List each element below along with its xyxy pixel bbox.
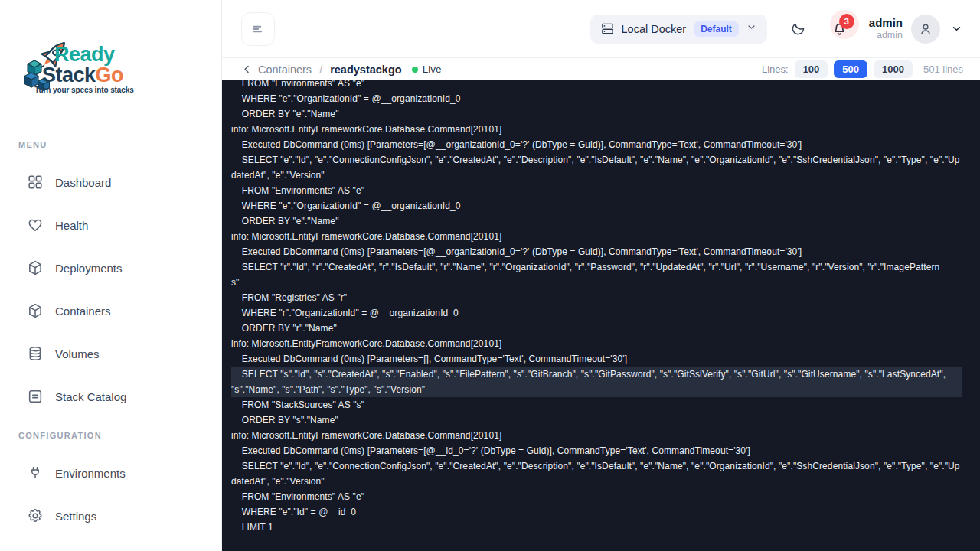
log-line: SELECT "e"."Id", "e"."ConnectionConfigJs… — [231, 458, 962, 474]
sidebar-item-label: Settings — [55, 510, 96, 523]
log-line: FROM "Environments" AS "e" — [231, 80, 962, 91]
sidebar-nav: MENUDashboardHealthDeploymentsContainers… — [0, 138, 221, 537]
log-line: ORDER BY "s"."Name" — [231, 412, 962, 428]
sidebar-item-label: Stack Catalog — [55, 390, 126, 403]
environment-name: Local Docker — [622, 23, 687, 35]
log-scroll-area: FROM "Environments" AS "e" WHERE "e"."Or… — [231, 80, 962, 535]
user-menu[interactable]: admin admin — [869, 16, 903, 41]
container-log-panel[interactable]: FROM "Environments" AS "e" WHERE "e"."Or… — [222, 80, 980, 551]
header-right-cluster: Local Docker Default — [590, 15, 963, 44]
notification-count-badge: 3 — [839, 14, 854, 29]
log-line: WHERE "e"."OrganizationId" = @__organiza… — [231, 198, 962, 214]
sidebar-item-settings[interactable]: Settings — [0, 494, 221, 537]
lines-buttons: 1005001000 — [795, 60, 913, 78]
log-line: ORDER BY "e"."Name" — [231, 106, 962, 122]
avatar[interactable] — [911, 15, 940, 44]
log-line: FROM "StackSources" AS "s" — [231, 397, 962, 412]
plug-icon — [26, 464, 44, 482]
environment-selector[interactable]: Local Docker Default — [590, 15, 767, 44]
gear-icon — [26, 507, 44, 525]
heart-icon — [26, 216, 44, 234]
log-line: info: Microsoft.EntityFrameworkCore.Data… — [231, 229, 962, 244]
lines-option-1000[interactable]: 1000 — [874, 60, 913, 78]
sidebar-item-label: Volumes — [55, 347, 100, 360]
server-icon — [600, 21, 615, 36]
brand-name-go: Go — [96, 64, 124, 86]
breadcrumb-toolbar: Containers / readystackgo Live Lines: 10… — [222, 58, 980, 80]
dashboard-icon — [26, 173, 44, 191]
log-line: FROM "Registries" AS "r" — [231, 290, 962, 305]
live-status-label: Live — [423, 64, 442, 75]
log-line: datedAt", "e"."Version" — [231, 168, 962, 183]
lines-selector: Lines: 1005001000 501 lines — [762, 60, 963, 78]
breadcrumb-separator: / — [319, 64, 322, 76]
log-line: ORDER BY "e"."Name" — [231, 214, 962, 229]
log-line-highlighted: "s"."Name", "s"."Path", "s"."Type", "s".… — [231, 382, 962, 397]
log-line: info: Microsoft.EntityFrameworkCore.Data… — [231, 122, 962, 137]
lines-label: Lines: — [762, 64, 789, 75]
sidebar-item-environments[interactable]: Environments — [0, 452, 221, 494]
sidebar-section-label-configuration: CONFIGURATION — [18, 429, 221, 452]
sidebar-item-stack-catalog[interactable]: Stack Catalog — [0, 375, 221, 418]
log-line: datedAt", "e"."Version" — [231, 474, 962, 489]
log-line-highlighted: SELECT "s"."Id", "s"."CreatedAt", "s"."E… — [231, 367, 962, 382]
brand-tagline: Turn your specs into stacks — [23, 86, 145, 94]
cube-icon — [26, 302, 44, 320]
log-line: WHERE "e"."Id" = @__id_0 — [231, 504, 962, 520]
sidebar-item-deployments[interactable]: Deployments — [0, 246, 221, 289]
log-line: Executed DbCommand (0ms) [Parameters=[],… — [231, 351, 962, 367]
catalog-icon — [26, 387, 44, 406]
sidebar-toggle-button[interactable] — [241, 12, 275, 46]
notifications-button[interactable]: 3 — [831, 20, 848, 37]
log-line: FROM "Environments" AS "e" — [231, 489, 962, 504]
brand-logo[interactable]: Ready StackGo Turn your specs into stack… — [23, 32, 145, 99]
sidebar: Ready StackGo Turn your specs into stack… — [0, 0, 222, 551]
sidebar-item-label: Dashboard — [55, 176, 111, 189]
log-line: info: Microsoft.EntityFrameworkCore.Data… — [231, 428, 962, 443]
back-button[interactable] — [241, 64, 253, 75]
sidebar-item-label: Environments — [55, 467, 126, 480]
brand-name-stack: Stack — [42, 64, 96, 86]
user-name: admin — [869, 16, 903, 29]
chevron-down-icon — [746, 21, 757, 36]
live-status-dot — [412, 67, 418, 73]
hamburger-icon — [250, 21, 266, 37]
moon-icon — [790, 21, 806, 37]
sidebar-item-volumes[interactable]: Volumes — [0, 332, 221, 375]
sidebar-item-label: Health — [55, 219, 88, 232]
log-line: LIMIT 1 — [231, 520, 962, 535]
log-line: Executed DbCommand (0ms) [Parameters=[@_… — [231, 244, 962, 259]
breadcrumb-parent[interactable]: Containers — [258, 64, 312, 76]
log-line: ORDER BY "r"."Name" — [231, 321, 962, 336]
lines-option-500[interactable]: 500 — [834, 60, 867, 78]
user-role: admin — [869, 29, 903, 41]
breadcrumb-current: readystackgo — [330, 64, 402, 76]
log-line: info: Microsoft.EntityFrameworkCore.Data… — [231, 336, 962, 351]
environment-default-badge: Default — [694, 21, 739, 37]
log-line: WHERE "r"."OrganizationId" = @__organiza… — [231, 305, 962, 321]
user-menu-caret[interactable] — [950, 22, 963, 35]
chevron-down-icon — [950, 22, 963, 35]
sidebar-item-health[interactable]: Health — [0, 204, 221, 246]
sidebar-item-label: Deployments — [55, 262, 122, 275]
brand-name-stackgo: StackGo — [42, 64, 123, 87]
cube-icon — [26, 259, 44, 277]
log-line: Executed DbCommand (0ms) [Parameters=[@_… — [231, 137, 962, 152]
log-line: WHERE "e"."OrganizationId" = @__organiza… — [231, 91, 962, 106]
log-line: s" — [231, 275, 962, 290]
sidebar-item-dashboard[interactable]: Dashboard — [0, 161, 221, 204]
log-line: SELECT "e"."Id", "e"."ConnectionConfigJs… — [231, 152, 962, 168]
database-icon — [26, 344, 44, 363]
log-line: Executed DbCommand (0ms) [Parameters=[@_… — [231, 443, 962, 458]
sidebar-item-label: Containers — [55, 305, 111, 318]
dark-mode-toggle[interactable] — [790, 21, 806, 37]
chevron-left-icon — [241, 64, 253, 75]
lines-total: 501 lines — [923, 64, 963, 75]
lines-option-100[interactable]: 100 — [795, 60, 828, 78]
sidebar-section-label-menu: MENU — [18, 138, 221, 161]
app-root: Ready StackGo Turn your specs into stack… — [0, 0, 980, 551]
sidebar-item-containers[interactable]: Containers — [0, 289, 221, 332]
main-area: Local Docker Default — [222, 0, 980, 551]
log-line: FROM "Environments" AS "e" — [231, 183, 962, 198]
log-line: SELECT "r"."Id", "r"."CreatedAt", "r"."I… — [231, 259, 962, 275]
